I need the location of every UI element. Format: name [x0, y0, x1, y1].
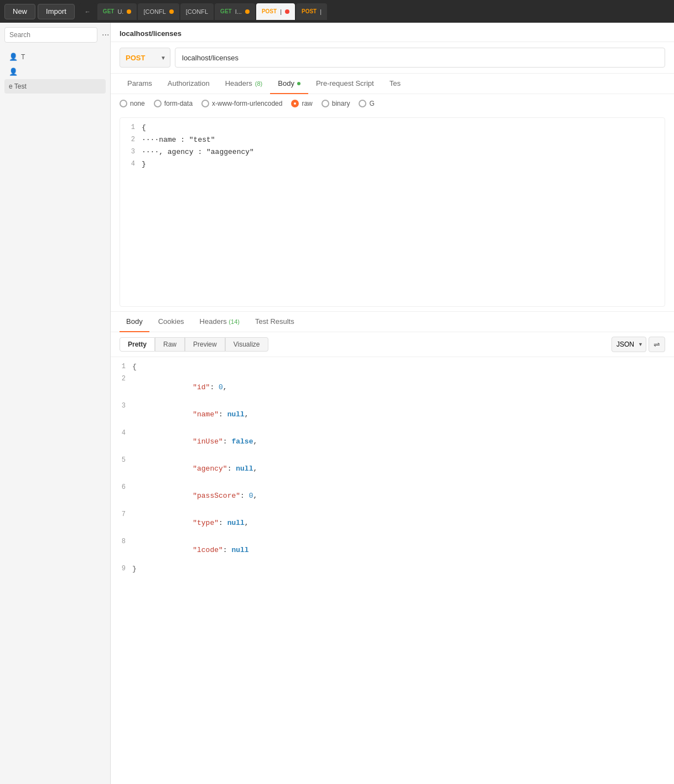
response-section: Body Cookies Headers (14) Test Results P…: [111, 311, 674, 784]
tab-5[interactable]: POST |: [256, 3, 295, 20]
new-button[interactable]: New: [4, 4, 35, 19]
resp-num-3: 3: [111, 401, 130, 411]
resp-num-4: 4: [111, 428, 130, 438]
tab-tests[interactable]: Tes: [382, 74, 408, 94]
sidebar-item-label-1: T: [21, 53, 25, 61]
tab-method-post-5: POST: [262, 8, 277, 14]
tab-prerequest[interactable]: Pre-request Script: [308, 74, 382, 94]
sidebar-item-t[interactable]: 👤 T: [4, 49, 106, 64]
response-tabs-nav: Body Cookies Headers (14) Test Results: [111, 311, 674, 332]
resp-line-4: 4 "inUse": false,: [111, 428, 674, 455]
tab-4[interactable]: GET I...: [215, 3, 255, 20]
resp-num-7: 7: [111, 509, 130, 519]
sidebar-more-button[interactable]: ···: [100, 29, 111, 41]
format-pretty[interactable]: Pretty: [120, 337, 155, 352]
tab-authorization[interactable]: Authorization: [160, 74, 217, 94]
resp-num-8: 8: [111, 537, 130, 546]
sidebar-section: 👤 T 👤 e Test: [0, 47, 110, 96]
radio-formdata-label: form-data: [164, 100, 193, 107]
tab-body[interactable]: Body: [270, 74, 308, 94]
radio-g-label: G: [369, 100, 374, 107]
req-line-3: 3 ····, agency : "aaggeency": [120, 147, 665, 159]
tab-method-post-6: POST: [302, 8, 317, 14]
tab-2[interactable]: [CONFL: [138, 3, 179, 20]
format-tabs: Pretty Raw Preview Visualize: [120, 337, 268, 352]
resp-content-4: "inUse": false,: [130, 428, 260, 455]
radio-urlencoded[interactable]: x-www-form-urlencoded: [201, 100, 282, 107]
tab-params[interactable]: Params: [120, 74, 160, 94]
resp-content-2: "id": 0,: [130, 374, 230, 401]
req-line-4: 4 }: [120, 159, 665, 171]
tab-dot-2: [169, 9, 174, 14]
json-select-inner: JSON XML HTML Text ▼: [611, 337, 646, 352]
radio-g[interactable]: G: [359, 100, 374, 107]
wrap-icon: ⇌: [654, 340, 660, 349]
radio-form-data[interactable]: form-data: [154, 100, 193, 107]
resp-line-5: 5 "agency": null,: [111, 455, 674, 482]
request-code-editor[interactable]: 1 { 2 ····name : "test" 3 ····, agency :…: [120, 117, 665, 307]
response-tab-cookies[interactable]: Cookies: [152, 312, 191, 332]
search-input[interactable]: [4, 27, 97, 43]
request-tabs-nav: Params Authorization Headers (8) Body Pr…: [111, 74, 674, 94]
request-code-lines: 1 { 2 ····name : "test" 3 ····, agency :…: [120, 118, 665, 306]
radio-none[interactable]: none: [120, 100, 145, 107]
back-arrow-icon: ←: [85, 8, 91, 15]
tab-label-1: U.: [117, 8, 123, 15]
resp-line-3: 3 "name": null,: [111, 401, 674, 428]
format-raw[interactable]: Raw: [155, 337, 185, 352]
line-content-1: {: [139, 122, 148, 133]
sidebar-item-test[interactable]: e Test: [4, 79, 106, 94]
resp-num-2: 2: [111, 374, 130, 384]
tab-label-6: |: [320, 8, 322, 15]
tab-label-2: [CONFL: [143, 8, 165, 15]
url-input[interactable]: [175, 48, 665, 68]
radio-formdata-circle: [154, 100, 162, 107]
radio-raw-label: raw: [302, 100, 312, 107]
response-tab-test-results[interactable]: Test Results: [248, 312, 301, 332]
resp-num-6: 6: [111, 482, 130, 492]
resp-content-6: "passScore": 0,: [130, 482, 260, 509]
response-code-area: 1 { 2 "id": 0, 3 "name": null,: [111, 357, 674, 784]
import-button[interactable]: Import: [38, 4, 75, 19]
tab-headers-badge: (8): [255, 80, 262, 87]
sidebar-search-row: ···: [0, 23, 110, 47]
radio-binary[interactable]: binary: [322, 100, 350, 107]
tab-tests-label: Tes: [390, 79, 401, 87]
response-tab-headers[interactable]: Headers (14): [193, 312, 246, 332]
json-format-select[interactable]: JSON XML HTML Text: [611, 337, 646, 352]
resp-num-5: 5: [111, 455, 130, 465]
resp-line-2: 2 "id": 0,: [111, 374, 674, 401]
radio-binary-circle: [322, 100, 329, 107]
radio-raw[interactable]: raw: [291, 100, 312, 107]
tab-headers[interactable]: Headers (8): [217, 74, 271, 94]
resp-line-7: 7 "type": null,: [111, 509, 674, 537]
sidebar-item-2[interactable]: 👤: [4, 64, 106, 79]
tab-3[interactable]: [CONFL: [180, 3, 214, 20]
request-config: POST GET PUT DELETE PATCH ▼: [111, 42, 674, 74]
radio-urlencoded-label: x-www-form-urlencoded: [212, 100, 282, 107]
method-select[interactable]: POST GET PUT DELETE PATCH: [120, 48, 170, 68]
response-tab-body[interactable]: Body: [120, 312, 149, 332]
format-preview[interactable]: Preview: [185, 337, 225, 352]
resp-content-9: }: [130, 564, 139, 574]
wrap-button[interactable]: ⇌: [649, 337, 665, 352]
tab-1[interactable]: GET U.: [97, 3, 137, 20]
radio-none-circle: [120, 100, 127, 107]
line-num-4: 4: [120, 159, 139, 169]
content-area: localhost/licenses POST GET PUT DELETE P…: [111, 23, 674, 784]
tab-list: ← GET U. [CONFL [CONFL GET I... POST |: [79, 3, 327, 20]
response-tab-body-label: Body: [126, 317, 143, 326]
tab-label-5: |: [280, 8, 282, 15]
resp-num-1: 1: [111, 362, 130, 372]
tab-method-get-1: GET: [103, 8, 115, 14]
tab-6[interactable]: POST |: [296, 3, 327, 20]
tab-headers-label: Headers: [225, 79, 252, 87]
tab-body-label: Body: [278, 79, 294, 87]
tab-dot-1: [127, 9, 131, 14]
format-visualize[interactable]: Visualize: [225, 337, 268, 352]
line-num-1: 1: [120, 122, 139, 132]
body-type-row: none form-data x-www-form-urlencoded raw…: [111, 94, 674, 113]
radio-g-circle: [359, 100, 366, 107]
response-format-bar: Pretty Raw Preview Visualize JSON XML HT…: [111, 332, 674, 357]
tab-back[interactable]: ←: [79, 3, 96, 20]
